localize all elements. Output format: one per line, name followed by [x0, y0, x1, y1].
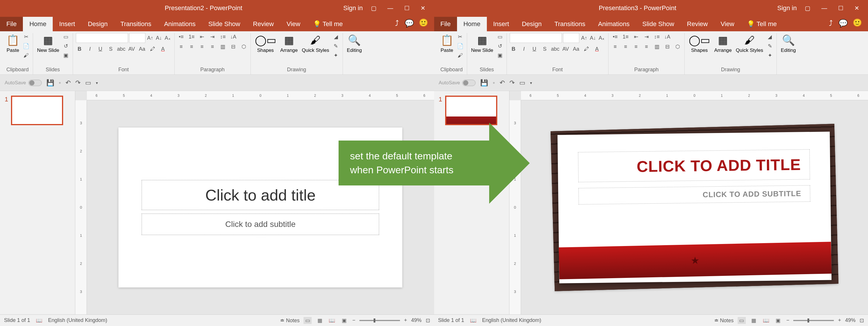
text-direction-button[interactable]: ↓A	[230, 33, 237, 40]
clear-format-button[interactable]: Aₓ	[598, 34, 605, 42]
zoom-in-button[interactable]: +	[838, 317, 841, 323]
copy-button[interactable]: 📄	[22, 42, 30, 50]
sign-in-link[interactable]: Sign in	[777, 4, 797, 12]
font-size-select[interactable]	[129, 33, 145, 43]
indent-inc-button[interactable]: ⇥	[209, 33, 216, 40]
clear-format-button[interactable]: Aₓ	[164, 34, 172, 42]
align-left-button[interactable]: ≡	[178, 43, 185, 51]
align-center-button[interactable]: ≡	[188, 43, 195, 51]
tab-slideshow[interactable]: Slide Show	[202, 17, 246, 31]
columns-button[interactable]: ▥	[219, 43, 227, 51]
close-button[interactable]: ✕	[417, 3, 428, 13]
redo-button[interactable]: ↷	[75, 79, 81, 87]
slide-canvas[interactable]: CLICK TO ADD TITLE CLICK TO ADD SUBTITLE…	[551, 124, 838, 291]
comments-icon[interactable]: 💬	[838, 19, 848, 28]
cut-button[interactable]: ✂	[457, 33, 464, 40]
underline-button[interactable]: U	[97, 45, 104, 53]
bold-button[interactable]: B	[510, 45, 517, 53]
bullets-button[interactable]: •≡	[611, 33, 619, 40]
indent-dec-button[interactable]: ⇤	[632, 33, 640, 40]
close-button[interactable]: ✕	[851, 3, 862, 13]
redo-button[interactable]: ↷	[509, 79, 515, 87]
shadow-button[interactable]: S	[107, 45, 115, 53]
tab-slideshow[interactable]: Slide Show	[636, 17, 681, 31]
align-left-button[interactable]: ≡	[611, 43, 619, 51]
shape-fill-button[interactable]: ◢	[332, 33, 340, 40]
tab-home[interactable]: Home	[457, 17, 487, 31]
shape-effects-button[interactable]: ✦	[332, 52, 340, 59]
sorter-view-button[interactable]: ▦	[750, 317, 758, 324]
new-slide-button[interactable]: ▦New Slide	[470, 33, 495, 55]
slide-thumbnail[interactable]	[445, 96, 497, 125]
shape-outline-button[interactable]: ✎	[766, 42, 774, 50]
highlight-button[interactable]: 🖍	[583, 45, 590, 53]
tab-home[interactable]: Home	[23, 17, 53, 31]
reading-view-button[interactable]: 📖	[762, 317, 770, 324]
text-direction-button[interactable]: ↓A	[663, 33, 671, 40]
normal-view-button[interactable]: ▭	[304, 317, 312, 324]
editing-button[interactable]: 🔍Editing	[780, 33, 797, 55]
tab-design[interactable]: Design	[516, 17, 548, 31]
smiley-icon[interactable]: 🙂	[854, 19, 861, 26]
subtitle-placeholder[interactable]: Click to add subtitle	[142, 213, 379, 235]
char-spacing-button[interactable]: AV	[562, 45, 569, 53]
align-text-button[interactable]: ⊟	[663, 43, 671, 51]
tab-tell-me[interactable]: 💡Tell me	[741, 17, 783, 31]
justify-button[interactable]: ≡	[209, 43, 216, 51]
decrease-font-button[interactable]: A↓	[589, 34, 597, 42]
minimize-button[interactable]: —	[384, 4, 396, 13]
qat-customize-button[interactable]: ▾	[96, 81, 98, 85]
minimize-button[interactable]: —	[818, 4, 830, 13]
ribbon-display-icon[interactable]: ▢	[802, 3, 813, 13]
zoom-level[interactable]: 49%	[845, 317, 856, 323]
qat-customize-button[interactable]: ▾	[530, 81, 532, 85]
autosave-toggle[interactable]: AutoSave	[439, 80, 476, 86]
align-center-button[interactable]: ≡	[622, 43, 629, 51]
font-color-button[interactable]: A	[159, 45, 167, 53]
arrange-button[interactable]: ▦Arrange	[279, 33, 299, 55]
tab-animations[interactable]: Animations	[158, 17, 202, 31]
tab-transitions[interactable]: Transitions	[548, 17, 592, 31]
change-case-button[interactable]: Aa	[572, 45, 580, 53]
slideshow-view-button[interactable]: ▣	[774, 317, 782, 324]
zoom-out-button[interactable]: −	[352, 317, 355, 323]
font-color-button[interactable]: A	[593, 45, 601, 53]
maximize-button[interactable]: ☐	[401, 3, 412, 13]
notes-button[interactable]: ≐ Notes	[714, 317, 734, 324]
smartart-button[interactable]: ⬡	[674, 43, 681, 51]
format-painter-button[interactable]: 🖌	[22, 52, 30, 59]
save-button[interactable]: 💾	[480, 79, 488, 87]
change-case-button[interactable]: Aa	[138, 45, 146, 53]
shape-effects-button[interactable]: ✦	[766, 52, 774, 59]
shadow-button[interactable]: S	[541, 45, 549, 53]
zoom-level[interactable]: 49%	[411, 317, 422, 323]
numbering-button[interactable]: 1≡	[622, 33, 629, 40]
slide-thumbnail[interactable]	[11, 96, 63, 125]
zoom-slider[interactable]	[360, 320, 400, 321]
undo-button[interactable]: ↶	[500, 79, 505, 87]
shapes-button[interactable]: ◯▭Shapes	[688, 33, 711, 55]
line-spacing-button[interactable]: ↕≡	[653, 33, 661, 40]
strike-button[interactable]: abc	[118, 45, 125, 53]
indent-dec-button[interactable]: ⇤	[198, 33, 206, 40]
line-spacing-button[interactable]: ↕≡	[219, 33, 227, 40]
quick-styles-button[interactable]: 🖌Quick Styles	[735, 33, 764, 55]
spelling-icon[interactable]: 📖	[470, 317, 476, 324]
language-status[interactable]: English (United Kingdom)	[48, 317, 107, 323]
tab-file[interactable]: File	[0, 17, 23, 31]
align-text-button[interactable]: ⊟	[230, 43, 237, 51]
ribbon-display-icon[interactable]: ▢	[368, 3, 379, 13]
justify-button[interactable]: ≡	[643, 43, 650, 51]
start-from-beginning-button[interactable]: ▭	[519, 79, 525, 87]
tab-animations[interactable]: Animations	[592, 17, 636, 31]
tab-review[interactable]: Review	[246, 17, 280, 31]
increase-font-button[interactable]: A↑	[580, 34, 588, 42]
paste-button[interactable]: 📋Paste	[5, 33, 21, 55]
copy-button[interactable]: 📄	[457, 42, 464, 50]
subtitle-placeholder[interactable]: CLICK TO ADD SUBTITLE	[578, 185, 810, 205]
title-placeholder[interactable]: CLICK TO ADD TITLE	[578, 149, 810, 182]
fit-to-window-button[interactable]: ⊡	[860, 317, 864, 324]
start-from-beginning-button[interactable]: ▭	[85, 79, 91, 87]
increase-font-button[interactable]: A↑	[147, 34, 154, 42]
fit-to-window-button[interactable]: ⊡	[426, 317, 430, 324]
